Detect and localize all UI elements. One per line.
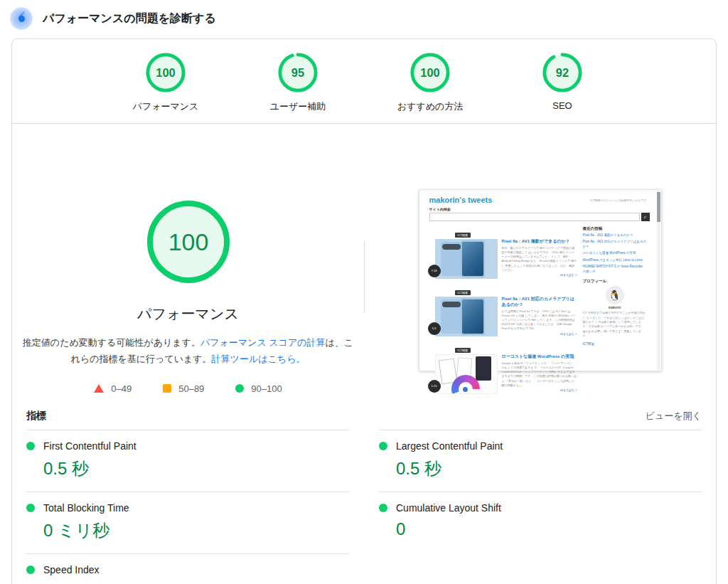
svg-text:100: 100 xyxy=(420,66,439,79)
pagespeed-gauge-icon xyxy=(10,7,33,30)
article-thumbnail-illustration xyxy=(435,354,498,394)
gauge-ring: 100 xyxy=(410,52,451,93)
penguin-avatar: 🐧 xyxy=(606,286,624,304)
gauge-label: SEO xyxy=(552,100,572,111)
read-more-link: 続きを読む » xyxy=(502,273,577,277)
svg-text:92: 92 xyxy=(556,66,569,79)
metric-value: 0 xyxy=(396,519,702,539)
gauge-ring: 95 xyxy=(277,52,318,93)
green-circle-icon xyxy=(235,384,244,393)
score-legend: 0–49 50–89 90–100 xyxy=(94,383,282,394)
screenshot-post-list: ICT関連 Pixel 8a：AV1 撮影ができるのか？ 先日、購入のスマホアプ… xyxy=(429,226,577,399)
screenshot-article: ICT関連 Pixel 8a：AV1 撮影ができるのか？ 先日、購入のスマホアプ… xyxy=(435,226,577,279)
legend-range: 90–100 xyxy=(251,383,282,394)
description-text: 推定値のため変動する可能性があります。 xyxy=(23,337,200,348)
metric-value: 0.5 秒 xyxy=(396,457,702,480)
calculator-link[interactable]: 計算ツールはこちら。 xyxy=(212,354,306,364)
recent-posts-heading: 最近の投稿 xyxy=(583,226,647,231)
green-dot-icon xyxy=(26,442,35,450)
gauge-label: おすすめの方法 xyxy=(397,100,464,113)
metric-first-contentful-paint: First Contentful Paint 0.5 秒 xyxy=(26,430,349,492)
metric-value: 0 ミリ秒 xyxy=(43,519,349,542)
article-title: ローコストな爆速 WordPress の実現 xyxy=(502,354,577,360)
gauge-label: ユーザー補助 xyxy=(270,100,326,113)
svg-text:100: 100 xyxy=(168,228,208,255)
profile-heading: プロフィール xyxy=(583,279,647,284)
category-badge: ICT関連 xyxy=(455,233,471,238)
gauge-ring: 92 xyxy=(542,52,583,93)
site-search-row: ⌕ xyxy=(429,213,650,221)
green-dot-icon xyxy=(26,566,35,574)
performance-summary-section: 100 パフォーマンス 推定値のため変動する可能性があります。パフォーマンス ス… xyxy=(12,124,716,400)
legend-fail: 0–49 xyxy=(94,383,132,394)
recent-post-link: Pixel 8a：AV1 撮影ができるのか？ xyxy=(583,233,647,238)
metric-name: Cumulative Layout Shift xyxy=(396,502,501,514)
site-search-input xyxy=(429,213,640,221)
metric-total-blocking-time: Total Blocking Time 0 ミリ秒 xyxy=(26,492,349,553)
category-badge: ICT関連 xyxy=(455,290,471,295)
legend-pass: 90–100 xyxy=(235,383,282,394)
profile-category-link: ICT関連 xyxy=(583,342,647,346)
legend-range: 50–89 xyxy=(178,383,204,394)
article-excerpt: おては問題の Pixel 8a ですが、CPU には S.C SoC は Ten… xyxy=(502,309,577,331)
screenshot-body: ICT関連 Pixel 8a：AV1 撮影ができるのか？ 先日、購入のスマホアプ… xyxy=(429,226,650,399)
metric-largest-contentful-paint: Largest Contentful Paint 0.5 秒 xyxy=(379,430,702,492)
recent-post-link: ローコストな爆速 WordPress の実現 xyxy=(583,251,647,256)
date-badge: 5.3 xyxy=(428,322,441,335)
green-dot-icon xyxy=(379,504,387,512)
gauge-best-practices[interactable]: 100 おすすめの方法 xyxy=(388,52,472,113)
metrics-grid: First Contentful Paint 0.5 秒 Largest Con… xyxy=(26,430,702,584)
profile-description: ICT 全般好きで情報を発信することが信条の流れに なりました。それほど詳しくは… xyxy=(583,311,647,338)
read-more-link: 続きを読む » xyxy=(502,332,577,336)
gauge-ring: 100 xyxy=(145,52,186,93)
metric-speed-index: Speed Index 0.8 秒 xyxy=(26,553,349,584)
report-header: パフォーマンスの問題を診断する xyxy=(0,0,728,36)
gauge-seo[interactable]: 92 SEO xyxy=(520,52,604,113)
site-search-icon: ⌕ xyxy=(641,213,650,221)
metric-cumulative-layout-shift: Cumulative Layout Shift 0 xyxy=(379,492,702,553)
metrics-title: 指標 xyxy=(26,410,46,423)
screenshot-column: makorin's tweets ICT関連やガジェットの情報発信しがちです。 … xyxy=(364,124,716,400)
metric-name: First Contentful Paint xyxy=(43,440,136,452)
screenshot-scrollbar-thumb xyxy=(657,192,660,222)
category-badge: ICT関連 xyxy=(455,348,471,353)
svg-text:95: 95 xyxy=(291,66,304,79)
article-thumbnail-pixel8a xyxy=(435,239,498,279)
page-screenshot: makorin's tweets ICT関連やガジェットの情報発信しがちです。 … xyxy=(419,189,662,371)
orange-square-icon xyxy=(163,384,171,393)
article-excerpt: 先日、購入のスマホアプリで AV1 コーデックで動画の撮影や写真の撮影して はい… xyxy=(502,246,577,272)
article-title: Pixel 8a：AV1 撮影ができるのか？ xyxy=(502,239,577,245)
svg-text:100: 100 xyxy=(156,66,175,79)
recent-post-link: Pixel 8a：AV1 対応のカメラアプリはあるのか？ xyxy=(583,240,647,250)
page-title: パフォーマンスの問題を診断する xyxy=(43,11,216,26)
performance-description: 推定値のため変動する可能性があります。パフォーマンス スコアの計算は、これらの指… xyxy=(21,335,355,368)
legend-range: 0–49 xyxy=(111,383,132,394)
lighthouse-report-card: 100 パフォーマンス 95 ユーザー補助 100 おすすめの方法 xyxy=(11,38,717,584)
metric-value: 0.5 秒 xyxy=(43,457,349,480)
recent-post-link: HUAWEI WATCH FIT 3 の Voice Recorder の使い方 xyxy=(583,265,647,275)
metrics-section: 指標 ビューを開く First Contentful Paint 0.5 秒 L… xyxy=(12,400,716,584)
site-tagline: ICT関連やガジェットの情報発信しがちです。 xyxy=(590,198,650,202)
metric-name: Largest Contentful Paint xyxy=(396,440,503,452)
screenshot-site-header: makorin's tweets ICT関連やガジェットの情報発信しがちです。 xyxy=(429,196,650,204)
screenshot-sidebar: 最近の投稿 Pixel 8a：AV1 撮影ができるのか？ Pixel 8a：AV… xyxy=(583,226,647,399)
site-search-label: サイト内検索 xyxy=(429,207,650,211)
gauge-accessibility[interactable]: 95 ユーザー補助 xyxy=(256,52,340,113)
metric-name: Speed Index xyxy=(43,564,100,575)
date-badge: 1.25 xyxy=(428,380,441,393)
score-calc-link[interactable]: パフォーマンス スコアの計算 xyxy=(200,337,326,348)
article-thumbnail-pixel8a xyxy=(435,297,498,336)
screenshot-scrollbar xyxy=(657,191,660,370)
legend-average: 50–89 xyxy=(163,383,204,394)
article-excerpt: Google が定める「ウェブサイトの」「フォーマンスに」のもとての指標であるま… xyxy=(502,361,577,388)
profile-name: makorin xyxy=(583,306,647,309)
metric-value: 0.8 秒 xyxy=(43,581,349,584)
expand-view-link[interactable]: ビューを開く xyxy=(646,410,702,423)
gauge-performance[interactable]: 100 パフォーマンス xyxy=(124,52,208,113)
metric-name: Total Blocking Time xyxy=(43,502,129,514)
gauge-label: パフォーマンス xyxy=(133,100,199,113)
profile-widget: プロフィール 🐧 makorin ICT 全般好きで情報を発信することが信条の流… xyxy=(583,279,647,345)
read-more-link: 続きを読む » xyxy=(502,388,577,392)
screenshot-article: ICT関連 Pixel 8a：AV1 対応のカメラアプリはあるのか？ おては問題… xyxy=(435,284,577,336)
green-dot-icon xyxy=(379,442,387,450)
